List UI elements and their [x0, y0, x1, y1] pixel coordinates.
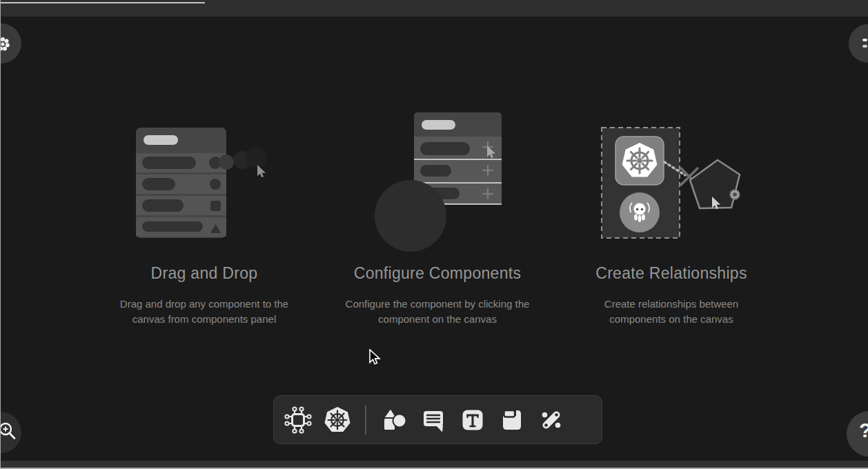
- comment-icon: [418, 405, 448, 435]
- kubernetes-icon: [322, 405, 353, 435]
- ghost-cursor-icon: [257, 165, 266, 177]
- mouse-cursor: [368, 349, 382, 367]
- zoom-in-icon: [0, 421, 20, 444]
- window-left-border: [0, 0, 1, 469]
- question-mark-icon: ?: [859, 419, 868, 442]
- canvas-node-circle: [375, 180, 446, 252]
- onboarding-step-relationships: Create Relationships Create relationship…: [558, 103, 785, 338]
- text-tool-icon: [457, 405, 488, 435]
- sparkle-icon: [861, 37, 868, 51]
- section-title: Drag and Drop: [90, 264, 318, 283]
- section-title: Configure Components: [324, 264, 551, 283]
- drag-drop-illustration: [114, 121, 293, 253]
- kubernetes-tool-button[interactable]: [322, 404, 353, 436]
- relationships-illustration: [593, 121, 766, 253]
- section-title: Create Relationships: [558, 264, 785, 283]
- text-tool-button[interactable]: [457, 404, 489, 436]
- section-description: Configure the component by clicking the …: [331, 297, 544, 327]
- note-tool-button[interactable]: [496, 404, 528, 436]
- onboarding-step-configure: Configure Components Configure the compo…: [324, 103, 551, 338]
- onboarding-step-drag-drop: Drag and Drop Drag and drop any componen…: [90, 103, 318, 338]
- link-tool-button[interactable]: [535, 404, 567, 436]
- link-relationship-icon: [536, 405, 566, 435]
- toolbar-divider: [365, 406, 366, 435]
- window-bottom-bar: [0, 461, 868, 468]
- components-tool-button[interactable]: [282, 404, 314, 436]
- configure-illustration: [369, 107, 535, 257]
- shapes-tool-button[interactable]: [378, 404, 410, 436]
- gear-handle-icon: [730, 190, 740, 200]
- note-icon: [497, 405, 527, 435]
- circuit-components-icon: [283, 405, 313, 435]
- loading-progress-line: [0, 2, 205, 3]
- canvas-dock-toolbar: [273, 395, 602, 444]
- flower-spinner-icon: [0, 35, 12, 53]
- comment-tool-button[interactable]: [417, 404, 449, 436]
- section-description: Create relationships between components …: [592, 297, 751, 327]
- section-description: Drag and drop any component to the canva…: [108, 297, 301, 327]
- shapes-icon: [379, 405, 409, 435]
